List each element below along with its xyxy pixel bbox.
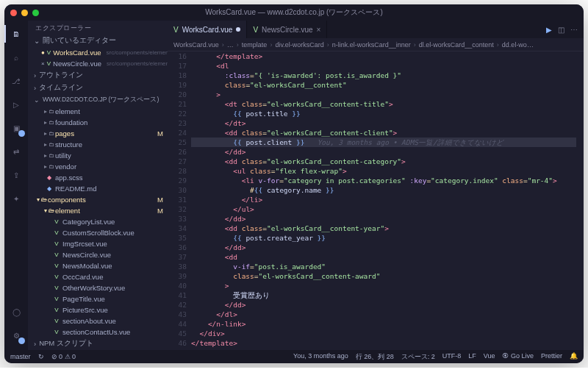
tree-item[interactable]: VCustomScrollBlock.vue xyxy=(28,227,168,238)
breadcrumb-segment[interactable]: n-link.el-worksCard__inner xyxy=(332,41,411,49)
code-content[interactable]: </template> <dl :class="{ 'is-awarded': … xyxy=(191,51,576,350)
folder-open-icon: ▾ 🗁 xyxy=(38,196,46,203)
more-icon[interactable]: ⋯ xyxy=(570,26,578,34)
vue-icon: V xyxy=(53,262,60,269)
status-problems[interactable]: ⊘ 0 ⚠ 0 xyxy=(51,353,76,360)
breadcrumb-segment[interactable]: template xyxy=(242,41,268,49)
tree-label: sectionAbout.vue xyxy=(62,317,116,325)
title-bar[interactable]: WorksCard.vue — www.d2cdot.co.jp (ワークスペー… xyxy=(4,4,584,21)
tree-item[interactable]: ▸ 🗀utility xyxy=(28,150,168,161)
breadcrumb-segment[interactable]: dl.el-worksCard__content xyxy=(419,41,494,49)
tab-label: NewsCircle.vue xyxy=(262,26,312,34)
window-title: WorksCard.vue — www.d2cdot.co.jp (ワークスペー… xyxy=(4,7,584,18)
search-icon[interactable]: ⌕ xyxy=(4,49,28,66)
status-bell[interactable]: 🔔 xyxy=(570,352,578,362)
timeline-section[interactable]: ›タイムライン xyxy=(28,82,168,94)
scrollbar[interactable] xyxy=(576,51,584,350)
vscode-window: WorksCard.vue — www.d2cdot.co.jp (ワークスペー… xyxy=(4,4,584,363)
split-icon[interactable]: ◫ xyxy=(558,26,564,34)
open-editor-item[interactable]: ×VNewsCircle.vuesrc/components/element xyxy=(28,58,168,69)
breadcrumb-segment[interactable]: dd.el-wo… xyxy=(502,41,534,49)
vue-icon: V xyxy=(53,229,60,236)
account-icon[interactable]: ◯ xyxy=(4,303,28,321)
status-prettier[interactable]: Prettier xyxy=(541,352,562,362)
tree-item[interactable]: VPageTitle.vue xyxy=(28,293,168,304)
breadcrumb-segment[interactable]: … xyxy=(227,41,234,49)
tree-item[interactable]: ◆README.md xyxy=(28,183,168,194)
editor[interactable]: 1617181920212223242526272829303132333435… xyxy=(168,51,584,350)
gutter: 1617181920212223242526272829303132333435… xyxy=(168,51,191,350)
open-editor-item[interactable]: ●VWorksCard.vuesrc/components/element xyxy=(28,47,168,58)
status-lang[interactable]: Vue xyxy=(484,352,495,362)
breadcrumb[interactable]: WorksCard.vue›…›template›div.el-worksCar… xyxy=(168,38,584,51)
workspace-section[interactable]: ⌄WWW.D2CDOT.CO.JP (ワークスペース) xyxy=(28,94,168,106)
outline-section[interactable]: ›アウトライン xyxy=(28,69,168,82)
open-editors-section[interactable]: ⌄開いているエディター xyxy=(28,35,168,47)
close-icon[interactable]: × xyxy=(317,26,321,34)
window-controls xyxy=(10,10,39,16)
folder-icon: ▸ 🗀 xyxy=(46,141,53,148)
git-icon[interactable]: ⎇ xyxy=(4,72,28,90)
status-spaces[interactable]: スペース: 2 xyxy=(401,352,435,362)
extensions-icon[interactable]: ▣ xyxy=(4,119,28,137)
files-icon[interactable]: 🗎 xyxy=(4,25,28,43)
status-bar: master↻⊘ 0 ⚠ 0You, 3 months ago行 26、列 28… xyxy=(4,350,584,363)
sidebar-title: エクスプローラー xyxy=(28,21,168,35)
tree-item[interactable]: VsectionAbout.vue xyxy=(28,315,168,326)
debug-icon[interactable]: ▷ xyxy=(4,96,28,113)
breadcrumb-segment[interactable]: div.el-worksCard xyxy=(275,41,323,49)
tree-item[interactable]: ▾ 🗁componentsM xyxy=(28,194,168,205)
minimize-icon[interactable] xyxy=(21,10,28,16)
tree-item[interactable]: ▸ 🗀vendor xyxy=(28,161,168,172)
modified-indicator: M xyxy=(157,129,163,138)
tree-item[interactable]: ▾ 🗁elementM xyxy=(28,205,168,216)
zoom-icon[interactable] xyxy=(32,10,39,16)
breadcrumb-segment[interactable]: WorksCard.vue xyxy=(173,41,219,49)
tree-label: ImgSrcset.vue xyxy=(62,240,107,248)
tree-label: NewsCircle.vue xyxy=(62,251,111,259)
tree-label: element xyxy=(55,107,80,115)
vue-icon: V xyxy=(53,329,60,335)
tree-item[interactable]: VNewsModal.vue xyxy=(28,260,168,271)
tree-item[interactable]: ◆app.scss xyxy=(28,172,168,183)
modified-indicator: M xyxy=(157,196,163,204)
tree-item[interactable]: VCategoryList.vue xyxy=(28,216,168,227)
gear-icon[interactable]: ⚙ xyxy=(4,326,28,344)
editor-group: VWorksCard.vueVNewsCircle.vue× ▶ ◫ ⋯ Wor… xyxy=(168,21,584,350)
close-icon[interactable] xyxy=(10,10,17,16)
tree-item[interactable]: ▸ 🗀foundation xyxy=(28,117,168,128)
close-icon[interactable]: × xyxy=(41,60,45,67)
tree-item[interactable]: ▸ 🗀structure xyxy=(28,139,168,150)
tree-item[interactable]: VNewsCircle.vue xyxy=(28,249,168,260)
folder-open-icon: ▾ 🗁 xyxy=(46,207,53,214)
vue-icon: V xyxy=(47,49,51,56)
remote-icon[interactable]: ⇄ xyxy=(4,143,28,160)
activity-bar: 🗎⌕⎇▷▣⇄⇪✦◯⚙ xyxy=(4,21,28,350)
tree-item[interactable]: ▸ 🗀element xyxy=(28,106,168,117)
npm-section[interactable]: ›NPM スクリプト xyxy=(28,338,168,350)
liveshare-icon[interactable]: ⇪ xyxy=(4,166,28,184)
tree-label: foundation xyxy=(55,118,87,126)
status-eol[interactable]: LF xyxy=(468,352,476,362)
tree-item[interactable]: VImgSrcset.vue xyxy=(28,238,168,249)
status-branch[interactable]: master xyxy=(10,353,31,360)
copilot-icon[interactable]: ✦ xyxy=(4,190,28,207)
tree-label: vendor xyxy=(55,162,76,171)
tree-label: NewsModal.vue xyxy=(62,262,112,270)
tree-item[interactable]: ▸ 🗀pagesM xyxy=(28,128,168,139)
close-icon[interactable]: ● xyxy=(41,49,45,56)
editor-tab[interactable]: VWorksCard.vue xyxy=(168,21,247,38)
tree-item[interactable]: VOccCard.vue xyxy=(28,271,168,282)
tree-item[interactable]: VPictureSrc.vue xyxy=(28,304,168,315)
editor-tab[interactable]: VNewsCircle.vue× xyxy=(247,21,327,38)
status-encoding[interactable]: UTF-8 xyxy=(442,352,462,362)
run-icon[interactable]: ▶ xyxy=(546,26,552,34)
tree-item[interactable]: VOtherWorkStory.vue xyxy=(28,282,168,293)
status-blame[interactable]: You, 3 months ago xyxy=(293,352,348,362)
tree-item[interactable]: VsectionContactUs.vue xyxy=(28,326,168,338)
status-live[interactable]: ⦿ Go Live xyxy=(502,352,534,362)
status-cursor[interactable]: 行 26、列 28 xyxy=(356,352,394,362)
tab-bar: VWorksCard.vueVNewsCircle.vue× ▶ ◫ ⋯ xyxy=(168,21,584,38)
tree-label: CategoryList.vue xyxy=(62,218,115,226)
status-sync[interactable]: ↻ xyxy=(38,353,44,360)
